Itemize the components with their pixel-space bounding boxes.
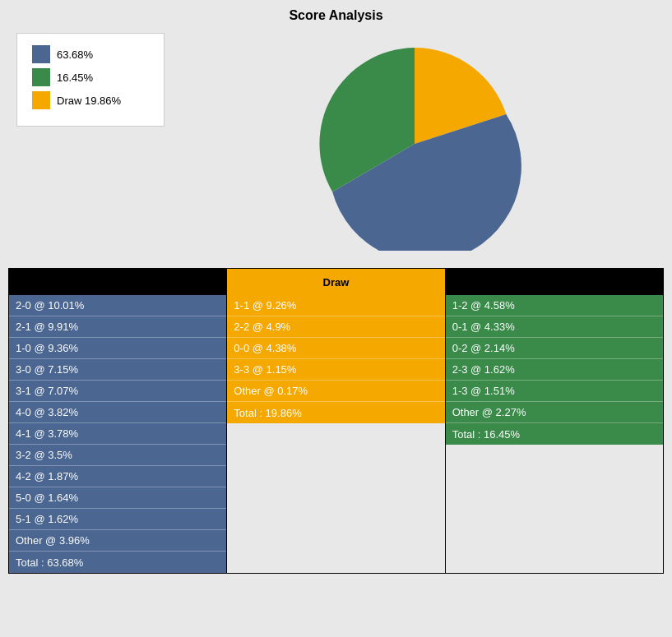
legend-item-blue: 63.68% xyxy=(32,45,149,63)
green-row-4: 1-3 @ 1.51% xyxy=(446,381,663,402)
blue-row-other: Other @ 3.96% xyxy=(9,530,226,552)
legend-color-blue xyxy=(32,45,50,63)
top-section: 63.68% 16.45% Draw 19.86% xyxy=(8,33,664,255)
green-row-3: 2-3 @ 1.62% xyxy=(446,359,663,381)
blue-row-3: 3-0 @ 7.15% xyxy=(9,359,226,381)
blue-row-10: 5-1 @ 1.62% xyxy=(9,509,226,530)
blue-row-8: 4-2 @ 1.87% xyxy=(9,466,226,487)
draw-row-0: 1-1 @ 9.26% xyxy=(227,295,444,316)
legend-label-green: 16.45% xyxy=(57,72,93,84)
blue-row-0: 2-0 @ 10.01% xyxy=(9,295,226,316)
score-table: 2-0 @ 10.01% 2-1 @ 9.91% 1-0 @ 9.36% 3-0… xyxy=(8,268,664,574)
blue-row-6: 4-1 @ 3.78% xyxy=(9,423,226,445)
green-row-other: Other @ 2.27% xyxy=(446,402,663,423)
draw-row-2: 0-0 @ 4.38% xyxy=(227,338,444,359)
legend-color-green xyxy=(32,68,50,86)
main-container: Score Analysis 63.68% 16.45% Draw 19.86% xyxy=(0,0,672,582)
col-green: 1-2 @ 4.58% 0-1 @ 4.33% 0-2 @ 2.14% 2-3 … xyxy=(446,269,663,573)
blue-row-1: 2-1 @ 9.91% xyxy=(9,316,226,338)
draw-row-3: 3-3 @ 1.15% xyxy=(227,359,444,381)
blue-row-9: 5-0 @ 1.64% xyxy=(9,487,226,509)
legend-label-draw: Draw 19.86% xyxy=(57,95,121,107)
draw-row-other: Other @ 0.17% xyxy=(227,381,444,402)
blue-row-total: Total : 63.68% xyxy=(9,552,226,573)
col-blue-header xyxy=(9,269,226,295)
table-section: 2-0 @ 10.01% 2-1 @ 9.91% 1-0 @ 9.36% 3-0… xyxy=(8,268,664,574)
legend-color-orange xyxy=(32,91,50,109)
pie-chart xyxy=(308,37,521,251)
col-draw-header: Draw xyxy=(227,269,444,295)
legend-label-blue: 63.68% xyxy=(57,48,93,61)
pie-chart-container xyxy=(165,37,664,251)
legend: 63.68% 16.45% Draw 19.86% xyxy=(16,33,165,127)
green-row-1: 0-1 @ 4.33% xyxy=(446,316,663,338)
draw-row-total: Total : 19.86% xyxy=(227,402,444,423)
blue-row-2: 1-0 @ 9.36% xyxy=(9,338,226,359)
col-draw: Draw 1-1 @ 9.26% 2-2 @ 4.9% 0-0 @ 4.38% … xyxy=(227,269,445,573)
col-green-header xyxy=(446,269,663,295)
draw-row-1: 2-2 @ 4.9% xyxy=(227,316,444,338)
blue-row-7: 3-2 @ 3.5% xyxy=(9,445,226,466)
green-row-2: 0-2 @ 2.14% xyxy=(446,338,663,359)
blue-row-4: 3-1 @ 7.07% xyxy=(9,381,226,402)
page-title: Score Analysis xyxy=(8,8,664,23)
legend-item-green: 16.45% xyxy=(32,68,149,86)
green-row-0: 1-2 @ 4.58% xyxy=(446,295,663,316)
col-blue: 2-0 @ 10.01% 2-1 @ 9.91% 1-0 @ 9.36% 3-0… xyxy=(9,269,227,573)
legend-item-orange: Draw 19.86% xyxy=(32,91,149,109)
green-row-total: Total : 16.45% xyxy=(446,423,663,445)
blue-row-5: 4-0 @ 3.82% xyxy=(9,402,226,423)
